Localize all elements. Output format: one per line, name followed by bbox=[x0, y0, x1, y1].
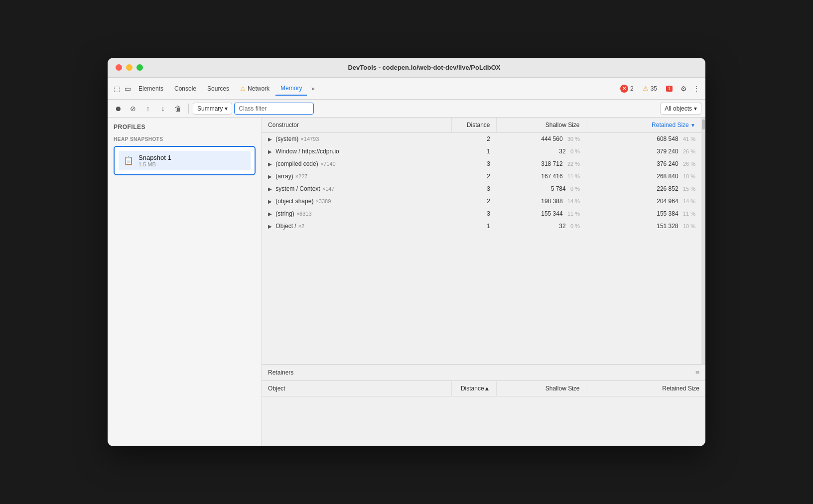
cell-shallow: 318 712 22 % bbox=[496, 158, 586, 170]
maximize-button[interactable] bbox=[136, 64, 143, 71]
settings-icon[interactable]: ⚙ bbox=[678, 84, 688, 94]
ret-col-shallow[interactable]: Shallow Size bbox=[496, 381, 586, 396]
table-row[interactable]: ▶ (system)×14793 2 444 560 30 % 608 548 … bbox=[262, 133, 701, 145]
count-text: ×227 bbox=[295, 173, 308, 179]
count-text: ×3389 bbox=[315, 198, 331, 204]
cell-shallow: 167 416 11 % bbox=[496, 170, 586, 183]
retained-pct: 10 % bbox=[683, 223, 695, 229]
nav-console[interactable]: Console bbox=[169, 82, 201, 95]
class-filter-input[interactable] bbox=[234, 103, 314, 115]
toolbar-right: ✕ 2 ⚠ 35 1 ⚙ ⋮ bbox=[617, 84, 701, 94]
table-row[interactable]: ▶ (string)×6313 3 155 344 11 % 155 384 1… bbox=[262, 208, 701, 220]
heap-snapshots-container: 📋 Snapshot 1 1.5 MB bbox=[114, 146, 256, 175]
shallow-pct: 11 % bbox=[567, 211, 580, 217]
summary-label: Summary bbox=[197, 105, 223, 112]
cell-constructor: ▶ (string)×6313 bbox=[262, 208, 451, 220]
cell-retained: 226 852 15 % bbox=[586, 183, 701, 195]
expand-icon: ▶ bbox=[268, 199, 272, 204]
retainers-header-row: Object Distance▲ Shallow Size Retained S… bbox=[262, 381, 705, 396]
cell-retained: 379 240 26 % bbox=[586, 145, 701, 158]
table-row[interactable]: ▶ Object /×2 1 32 0 % 151 328 10 % bbox=[262, 220, 701, 233]
cell-shallow: 32 0 % bbox=[496, 145, 586, 158]
cell-distance: 2 bbox=[451, 133, 496, 145]
minimize-button[interactable] bbox=[126, 64, 133, 71]
errors-group: ✕ 2 bbox=[617, 85, 637, 93]
retained-pct: 41 % bbox=[683, 136, 695, 142]
cell-shallow: 444 560 30 % bbox=[496, 133, 586, 145]
table-row[interactable]: ▶ system / Context×147 3 5 784 0 % 226 8… bbox=[262, 183, 701, 195]
col-shallow-size[interactable]: Shallow Size bbox=[496, 118, 586, 133]
cell-distance: 3 bbox=[451, 183, 496, 195]
all-objects-dropdown[interactable]: All objects ▾ bbox=[660, 103, 701, 115]
ret-col-retained[interactable]: Retained Size bbox=[586, 381, 705, 396]
collect-garbage-button[interactable]: 🗑 bbox=[171, 102, 184, 115]
snapshot-info: Snapshot 1 1.5 MB bbox=[138, 154, 247, 167]
expand-icon: ▶ bbox=[268, 174, 272, 179]
cell-shallow: 155 344 11 % bbox=[496, 208, 586, 220]
main-content: Profiles Heap Snapshots 📋 Snapshot 1 1.5… bbox=[108, 118, 705, 446]
warnings-icon: ⚠ bbox=[643, 85, 649, 92]
shallow-pct: 14 % bbox=[567, 198, 580, 204]
window-title: DevTools - codepen.io/web-dot-dev/live/P… bbox=[151, 64, 697, 71]
network-warning-icon: ⚠ bbox=[240, 85, 246, 92]
retainers-title: Retainers bbox=[268, 369, 293, 376]
cell-distance: 3 bbox=[451, 208, 496, 220]
warnings-group: ⚠ 35 bbox=[640, 85, 660, 92]
table-row[interactable]: ▶ Window / https://cdpn.io 1 32 0 % 379 … bbox=[262, 145, 701, 158]
heap-section-title: Heap Snapshots bbox=[114, 136, 256, 142]
separator bbox=[188, 104, 189, 114]
cell-distance: 3 bbox=[451, 158, 496, 170]
table-row[interactable]: ▶ (object shape)×3389 2 198 388 14 % 204… bbox=[262, 195, 701, 208]
secondary-toolbar: ⏺ ⊘ ↑ ↓ 🗑 Summary ▾ All objects ▾ bbox=[108, 100, 705, 118]
device-icon[interactable]: ▭ bbox=[123, 84, 133, 94]
errors-badge: ✕ bbox=[620, 85, 628, 93]
more-options-icon[interactable]: ⋮ bbox=[691, 84, 701, 94]
record-button[interactable]: ⏺ bbox=[112, 102, 125, 115]
count-text: ×14793 bbox=[300, 136, 319, 142]
col-retained-size[interactable]: Retained Size ▼ bbox=[586, 118, 701, 133]
nav-elements[interactable]: Elements bbox=[134, 82, 168, 95]
clear-button[interactable]: ⊘ bbox=[127, 102, 139, 115]
col-constructor[interactable]: Constructor bbox=[262, 118, 451, 133]
count-text: ×2 bbox=[298, 223, 305, 229]
table-row[interactable]: ▶ (array)×227 2 167 416 11 % 268 840 18 … bbox=[262, 170, 701, 183]
all-objects-label: All objects bbox=[665, 105, 692, 112]
cell-retained: 268 840 18 % bbox=[586, 170, 701, 183]
table-row[interactable]: ▶ (compiled code)×7140 3 318 712 22 % 37… bbox=[262, 158, 701, 170]
main-table-container: Constructor Distance Shallow Size Retain… bbox=[262, 118, 705, 364]
count-text: ×147 bbox=[322, 186, 335, 192]
snapshot-item[interactable]: 📋 Snapshot 1 1.5 MB bbox=[119, 151, 251, 170]
more-tools-icon[interactable]: » bbox=[308, 84, 318, 94]
info-group: 1 bbox=[663, 86, 676, 92]
shallow-pct: 11 % bbox=[567, 173, 580, 179]
count-text: ×7140 bbox=[320, 161, 336, 167]
expand-icon: ▶ bbox=[268, 186, 272, 192]
close-button[interactable] bbox=[116, 64, 122, 71]
title-bar: DevTools - codepen.io/web-dot-dev/live/P… bbox=[108, 58, 705, 78]
col-distance[interactable]: Distance bbox=[451, 118, 496, 133]
cell-constructor: ▶ Object /×2 bbox=[262, 220, 451, 233]
retainers-menu-icon[interactable]: ≡ bbox=[695, 369, 699, 377]
sidebar: Profiles Heap Snapshots 📋 Snapshot 1 1.5… bbox=[108, 118, 262, 446]
sort-arrow-icon: ▼ bbox=[690, 123, 695, 128]
ret-col-object[interactable]: Object bbox=[262, 381, 451, 396]
devtools-window: DevTools - codepen.io/web-dot-dev/live/P… bbox=[108, 58, 705, 446]
summary-dropdown[interactable]: Summary ▾ bbox=[193, 103, 232, 115]
expand-icon: ▶ bbox=[268, 161, 272, 167]
cell-retained: 376 240 26 % bbox=[586, 158, 701, 170]
scrollbar[interactable] bbox=[701, 118, 705, 364]
cursor-icon[interactable]: ⬚ bbox=[112, 84, 122, 94]
download-button[interactable]: ↓ bbox=[156, 102, 169, 115]
main-data-table[interactable]: Constructor Distance Shallow Size Retain… bbox=[262, 118, 701, 364]
nav-sources[interactable]: Sources bbox=[202, 82, 234, 95]
upload-button[interactable]: ↑ bbox=[141, 102, 154, 115]
retainers-empty-row bbox=[262, 396, 705, 446]
ret-col-distance[interactable]: Distance▲ bbox=[451, 381, 496, 396]
shallow-pct: 0 % bbox=[570, 148, 580, 154]
snapshot-name: Snapshot 1 bbox=[138, 154, 247, 161]
nav-memory[interactable]: Memory bbox=[275, 82, 307, 96]
cell-constructor: ▶ (array)×227 bbox=[262, 170, 451, 183]
expand-icon: ▶ bbox=[268, 136, 272, 142]
cell-constructor: ▶ (compiled code)×7140 bbox=[262, 158, 451, 170]
nav-network[interactable]: ⚠ Network bbox=[235, 82, 274, 95]
